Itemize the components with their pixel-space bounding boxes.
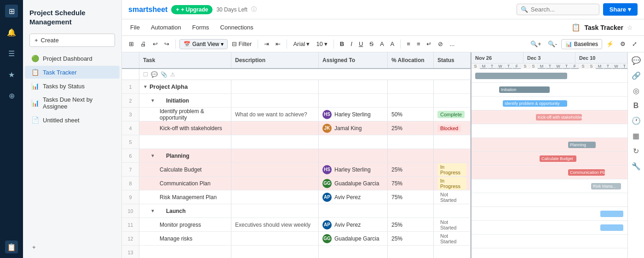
task-cell[interactable]: Identify problem & opportunity [139,108,231,121]
attachment-icon[interactable]: 🔗 [632,71,641,80]
task-cell[interactable]: ▼ Planning [139,149,231,162]
expand-icon[interactable]: ⤢ [630,39,639,49]
underline-button[interactable]: U [356,39,365,49]
task-cell[interactable]: ▼ Project Alpha [139,80,231,93]
gantt-view-button[interactable]: 📅 Gantt View ▾ [179,39,228,49]
assignee-name: Guadalupe Garcia [334,180,379,187]
assignee-name: Jamal King [334,125,362,132]
menu-forms[interactable]: Forms [190,23,211,32]
sidebar-item-tasks-due-next[interactable]: 📊 Tasks Due Next by Assignee [25,93,120,113]
share-label: Share [610,6,626,13]
gantt-bar-label: Planning [570,143,586,147]
menu-automation[interactable]: Automation [149,23,183,32]
task-cell[interactable]: Risk Management Plan [139,190,231,204]
italic-button[interactable]: I [348,39,355,49]
desc-cell: What do we want to achieve? [231,108,319,121]
collapse-icon[interactable]: ▼ [150,208,155,213]
text-color-button[interactable]: A [388,39,397,49]
assigned-cell: AP Aviv Perez [319,190,388,204]
task-name: Manage risks [143,235,192,242]
nav-home-icon[interactable]: ⊞ [5,5,18,17]
upgrade-button[interactable]: + + Upgrade [171,5,213,14]
status-cell [434,94,471,107]
comment-icon[interactable]: 💬 [632,56,641,65]
table-row: 11 Monitor progress Executives should vi… [122,218,471,232]
sidebar-add-button[interactable]: + [29,241,115,253]
desc-cell [231,121,319,135]
settings-icon[interactable]: ⚙ [618,39,628,49]
zoom-in-button[interactable]: 🔍+ [528,39,544,49]
sidebar-item-tasks-by-status[interactable]: 📊 Tasks by Status [25,80,120,92]
task-cell[interactable]: ▼ Launch [139,204,231,218]
table-row: 6 ▼ Planning [122,149,471,163]
font-size-selector[interactable]: 10 ▾ [314,39,329,49]
task-cell[interactable]: Monitor progress [139,218,231,231]
refresh-icon[interactable]: ↻ [633,147,639,155]
filter-attachment-icon: 📎 [161,71,167,78]
menu-file[interactable]: File [128,23,142,32]
nav-bell-icon[interactable]: 🔔 [5,26,18,39]
font-selector[interactable]: Arial ▾ [291,39,312,49]
task-cell[interactable]: ▼ Initiation [139,94,231,107]
bold-button[interactable]: B [338,39,346,49]
nav-add-icon[interactable]: ⊕ [5,89,18,102]
share-button[interactable]: Share ▾ [603,3,638,16]
assigned-cell: GG Guadalupe Garcia [319,232,388,245]
clear-button[interactable]: ⊘ [436,39,445,49]
toolbar-indent-icon[interactable]: ⇥ [262,39,271,49]
task-tracker-icon: 📋 [31,69,39,76]
search-input[interactable] [531,6,591,13]
sidebar-item-project-dashboard[interactable]: 🟢 Project Dashboard [25,52,120,65]
table-icon[interactable]: ▦ [632,132,639,140]
nav-apps-icon[interactable]: ☰ [5,47,18,60]
toolbar-undo-icon[interactable]: ↩ [150,39,160,49]
align-center-button[interactable]: ≡ [414,39,423,49]
desc-cell [231,163,319,176]
nav-star-icon[interactable]: ★ [5,68,18,81]
task-cell[interactable]: Kick-off with stakeholders [139,121,231,135]
sidebar-item-task-tracker[interactable]: 📋 Task Tracker [25,66,120,79]
gantt-day: M [596,63,604,69]
task-cell[interactable]: Manage risks [139,232,231,245]
nav-sheet-icon[interactable]: 📋 [5,241,18,253]
task-cell[interactable]: Communication Plan [139,177,231,190]
collapse-icon[interactable]: ▼ [143,84,148,89]
upgrade-plus-icon: + [176,6,179,13]
status-cell [434,149,471,162]
critical-path-icon[interactable]: ⚡ [604,39,616,49]
gantt-day: W [554,63,563,69]
more-options-button[interactable]: ... [447,39,457,49]
collapse-icon[interactable]: ▼ [150,98,155,103]
sheet-favorite-icon[interactable]: ☆ [627,24,633,31]
alloc-cell [388,94,434,107]
zoom-out-button[interactable]: 🔍- [546,39,559,49]
sidebar-item-untitled-sheet[interactable]: 📄 Untitled sheet [25,114,120,126]
menu-connections[interactable]: Connections [218,23,255,32]
highlight-button[interactable]: A [378,39,386,49]
task-cell[interactable]: Calculate Budget [139,163,231,176]
wrench-icon[interactable]: 🔧 [632,162,641,171]
strikethrough-button[interactable]: S [367,39,376,49]
wrap-button[interactable]: ↵ [424,39,434,49]
column-header-description: Description [231,52,319,68]
toolbar-print-icon[interactable]: 🖨 [138,39,149,49]
assignee-name: Aviv Perez [334,194,361,201]
align-left-button[interactable]: ≡ [404,39,413,49]
create-button[interactable]: + Create [29,34,115,47]
clock-icon[interactable]: 🕐 [632,116,641,125]
toolbar-outdent-icon[interactable]: ⇤ [273,39,283,49]
gantt-row: Communication Plan [472,166,627,179]
toolbar-grid-icon[interactable]: ⊞ [126,39,136,49]
search-box[interactable]: 🔍 [517,4,599,15]
toolbar-redo-icon[interactable]: ↪ [162,39,172,49]
b-icon[interactable]: B [633,102,639,110]
gantt-bar [600,211,623,217]
row-number: 11 [122,218,139,231]
sheet-menubar: File Automation Forms Connections 📋 Task… [122,19,644,36]
baselines-button[interactable]: 📊 Baselines [561,39,602,49]
activity-icon[interactable]: ◎ [633,86,639,95]
toolbar-filter-button[interactable]: ⊟ Filter [230,39,254,49]
assigned-cell: AP Aviv Perez [319,218,388,231]
collapse-icon[interactable]: ▼ [150,153,155,158]
gantt-row: Calculate Budget [472,152,627,166]
